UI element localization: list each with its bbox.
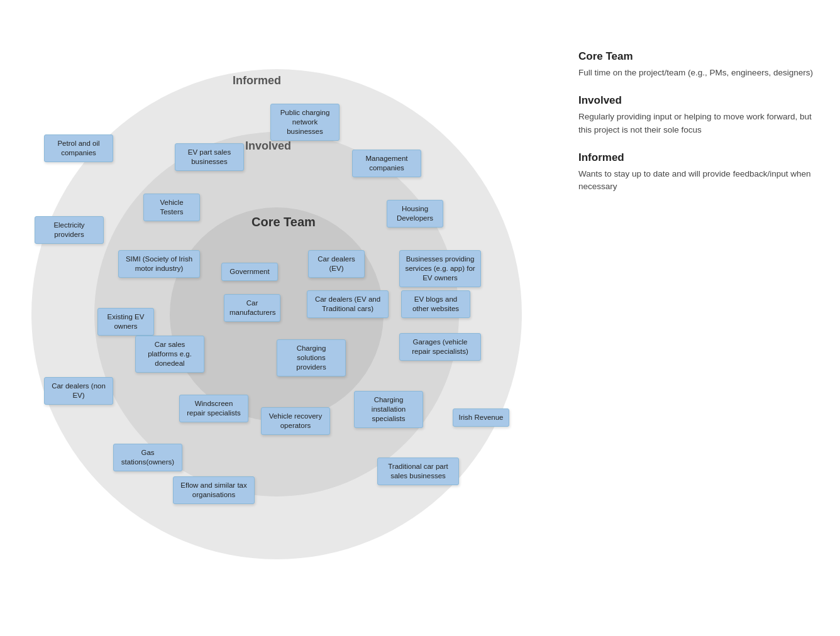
note-government[interactable]: Government (221, 263, 278, 281)
legend-text-involved: Regularly providing input or helping to … (578, 111, 821, 136)
note-windscreen[interactable]: Windscreen repair specialists (179, 395, 248, 422)
note-traditional-car-parts[interactable]: Traditional car part sales businesses (377, 458, 459, 485)
legend-area: Core TeamFull time on the project/team (… (566, 0, 840, 636)
note-housing-developers[interactable]: Housing Developers (387, 200, 443, 228)
legend-title-involved: Involved (578, 94, 821, 107)
legend-title-informed: Informed (578, 151, 821, 164)
note-garages[interactable]: Garages (vehicle repair specialists) (399, 333, 481, 361)
legend-text-core-team: Full time on the project/team (e.g., PMs… (578, 67, 821, 79)
note-petrol-oil[interactable]: Petrol and oil companies (44, 134, 113, 162)
note-vehicle-testers[interactable]: Vehicle Testers (143, 194, 200, 221)
note-car-sales-platforms[interactable]: Car sales platforms e.g. donedeal (135, 336, 204, 373)
note-car-dealers-ev[interactable]: Car dealers (EV) (308, 250, 365, 278)
label-involved: Involved (245, 140, 291, 153)
note-car-manufacturers[interactable]: Car manufacturers (224, 294, 280, 322)
note-car-dealers-ev-trad[interactable]: Car dealers (EV and Traditional cars) (307, 290, 389, 318)
note-gas-stations[interactable]: Gas stations(owners) (113, 444, 182, 471)
note-public-charging[interactable]: Public charging network businesses (270, 104, 340, 141)
note-simi[interactable]: SIMI (Society of Irish motor industry) (118, 250, 200, 278)
label-informed: Informed (233, 74, 281, 87)
note-management-companies[interactable]: Management companies (352, 150, 421, 177)
note-electricity-providers[interactable]: Electricity providers (35, 216, 104, 244)
note-ev-part-sales[interactable]: EV part sales businesses (175, 143, 244, 171)
legend-section-informed: InformedWants to stay up to date and wil… (578, 151, 821, 194)
note-irish-revenue[interactable]: Irish Revenue (453, 408, 509, 427)
legend-title-core-team: Core Team (578, 50, 821, 63)
diagram-area: Informed Involved Core Team Petrol and o… (0, 0, 566, 636)
note-car-dealers-non-ev[interactable]: Car dealers (non EV) (44, 377, 113, 405)
note-charging-solutions[interactable]: Charging solutions providers (277, 339, 346, 376)
note-existing-ev-owners[interactable]: Existing EV owners (97, 308, 154, 336)
note-charging-installation[interactable]: Charging installation specialists (354, 391, 423, 428)
note-vehicle-recovery[interactable]: Vehicle recovery operators (261, 407, 330, 435)
legend-text-informed: Wants to stay up to date and will provid… (578, 168, 821, 194)
legend-section-involved: InvolvedRegularly providing input or hel… (578, 94, 821, 136)
note-ev-blogs[interactable]: EV blogs and other websites (401, 290, 470, 318)
note-eflow[interactable]: Eflow and similar tax organisations (173, 476, 255, 504)
note-businesses-app[interactable]: Businesses providing services (e.g. app)… (399, 250, 481, 287)
legend-section-core-team: Core TeamFull time on the project/team (… (578, 50, 821, 79)
label-core: Core Team (251, 215, 316, 229)
